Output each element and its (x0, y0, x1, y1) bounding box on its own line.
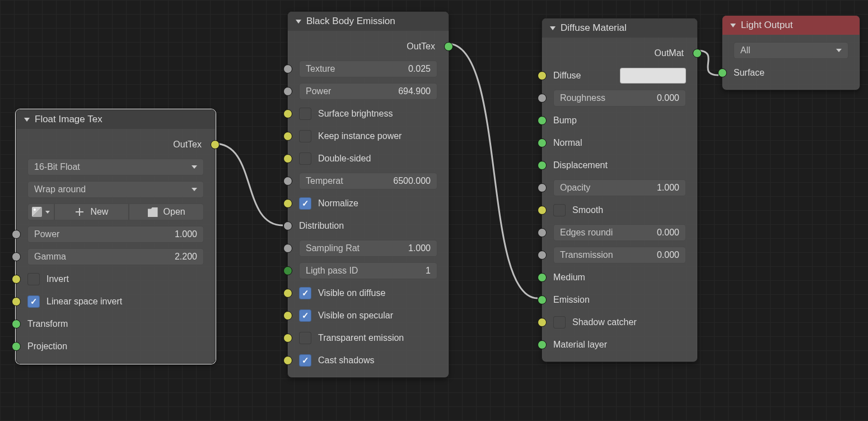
normalize-checkbox[interactable] (299, 197, 311, 210)
node-diffuse-material[interactable]: Diffuse Material OutMat Diffuse Roughnes… (542, 18, 698, 362)
socket-in-transform[interactable] (12, 320, 21, 329)
socket-in-sampling-rate[interactable] (283, 244, 292, 253)
node-title: Black Body Emission (306, 16, 395, 27)
socket-in-double-sided[interactable] (283, 154, 292, 163)
socket-out-mat[interactable] (693, 49, 702, 58)
socket-in-normal[interactable] (538, 138, 547, 147)
collapse-icon[interactable] (24, 118, 30, 122)
node-light-output[interactable]: Light Output All Surface (722, 15, 860, 90)
collapse-icon[interactable] (296, 20, 301, 24)
chevron-down-icon (45, 211, 50, 214)
cast-shadows-checkbox[interactable] (299, 354, 311, 367)
socket-out-tex[interactable] (444, 42, 453, 51)
texture-field[interactable]: Texture 0.025 (299, 61, 437, 77)
socket-in-surface[interactable] (718, 68, 727, 77)
bit-depth-select[interactable]: 16-Bit Float (27, 159, 204, 175)
visible-on-specular-checkbox[interactable] (299, 309, 311, 322)
socket-in-cast-shadows[interactable] (283, 356, 292, 365)
image-menu-button[interactable] (27, 203, 54, 220)
output-label: OutMat (655, 48, 684, 58)
socket-in-medium[interactable] (538, 273, 547, 282)
chevron-down-icon (192, 165, 197, 169)
folder-icon (148, 207, 158, 217)
socket-in-smooth[interactable] (538, 206, 547, 215)
node-title: Diffuse Material (561, 22, 627, 34)
socket-in-gamma[interactable] (12, 252, 21, 261)
edges-rounding-field[interactable]: Edges roundi 0.000 (553, 224, 686, 241)
socket-in-texture[interactable] (283, 64, 292, 73)
socket-in-material-layer[interactable] (538, 340, 547, 349)
socket-in-normalize[interactable] (283, 199, 292, 208)
surface-brightness-checkbox[interactable] (299, 108, 311, 120)
visible-on-diffuse-checkbox[interactable] (299, 287, 311, 299)
socket-in-visible-specular[interactable] (283, 311, 292, 320)
socket-in-edges-rounding[interactable] (538, 228, 547, 237)
shadow-catcher-checkbox[interactable] (553, 316, 566, 329)
socket-in-emission[interactable] (538, 295, 547, 304)
node-float-image-tex[interactable]: Float Image Tex OutTex 16-Bit Float Wrap… (16, 109, 216, 364)
keep-instance-power-checkbox[interactable] (299, 130, 311, 142)
linear-space-invert-checkbox[interactable] (27, 295, 40, 308)
image-icon (32, 207, 42, 217)
opacity-field[interactable]: Opacity 1.000 (553, 179, 686, 196)
socket-in-roughness[interactable] (538, 94, 547, 103)
node-header[interactable]: Float Image Tex (16, 110, 215, 129)
chevron-down-icon (192, 188, 197, 191)
socket-in-transmission[interactable] (538, 251, 547, 260)
open-image-button[interactable]: Open (129, 203, 204, 220)
sampling-rate-field[interactable]: Sampling Rat 1.000 (299, 240, 437, 257)
socket-in-opacity[interactable] (538, 183, 547, 192)
double-sided-checkbox[interactable] (299, 152, 311, 165)
socket-out-tex[interactable] (211, 140, 220, 149)
transmission-field[interactable]: Transmission 0.000 (553, 247, 686, 263)
socket-in-transparent-emission[interactable] (283, 334, 292, 343)
invert-checkbox[interactable] (27, 273, 40, 285)
wrap-select[interactable]: Wrap around (27, 181, 204, 198)
transform-label: Transform (27, 319, 204, 329)
invert-label: Invert (46, 274, 204, 284)
socket-in-power[interactable] (283, 87, 292, 96)
linear-space-invert-label: Linear space invert (46, 297, 204, 307)
new-image-button[interactable]: New (54, 203, 129, 220)
socket-in-bump[interactable] (538, 116, 547, 125)
smooth-checkbox[interactable] (553, 204, 566, 216)
transparent-emission-checkbox[interactable] (299, 332, 311, 344)
diffuse-color-swatch[interactable] (620, 68, 686, 84)
node-title: Float Image Tex (35, 114, 102, 125)
socket-in-distribution[interactable] (283, 221, 292, 230)
collapse-icon[interactable] (730, 24, 736, 27)
socket-in-power[interactable] (12, 230, 21, 239)
node-header[interactable]: Black Body Emission (288, 12, 449, 31)
node-title: Light Output (741, 20, 793, 31)
plus-icon (74, 207, 85, 217)
power-field[interactable]: Power 1.000 (27, 226, 204, 243)
socket-in-shadow-catcher[interactable] (538, 318, 547, 327)
gamma-field[interactable]: Gamma 2.200 (27, 248, 204, 265)
temperature-field[interactable]: Temperat 6500.000 (299, 173, 437, 189)
output-label: OutTex (173, 140, 202, 150)
node-header[interactable]: Light Output (722, 16, 860, 35)
light-pass-id-field[interactable]: Ligth pass ID 1 (299, 262, 437, 279)
collapse-icon[interactable] (550, 26, 556, 30)
projection-label: Projection (27, 341, 204, 351)
socket-in-invert[interactable] (12, 275, 21, 284)
socket-in-light-pass-id[interactable] (283, 266, 292, 275)
socket-in-keep-instance-power[interactable] (283, 132, 292, 141)
socket-in-projection[interactable] (12, 342, 21, 351)
node-header[interactable]: Diffuse Material (542, 18, 697, 38)
roughness-field[interactable]: Roughness 0.000 (553, 90, 686, 107)
socket-in-displacement[interactable] (538, 161, 547, 170)
socket-in-temperature[interactable] (283, 177, 292, 186)
output-label: OutTex (407, 41, 435, 52)
power-field[interactable]: Power 694.900 (299, 83, 437, 100)
socket-in-diffuse[interactable] (538, 71, 547, 80)
chevron-down-icon (836, 49, 842, 52)
target-select[interactable]: All (734, 42, 848, 59)
socket-in-visible-diffuse[interactable] (283, 289, 292, 298)
socket-in-surface-brightness[interactable] (283, 109, 292, 118)
node-black-body-emission[interactable]: Black Body Emission OutTex Texture 0.025… (287, 11, 449, 378)
socket-in-linear-invert[interactable] (12, 297, 21, 306)
